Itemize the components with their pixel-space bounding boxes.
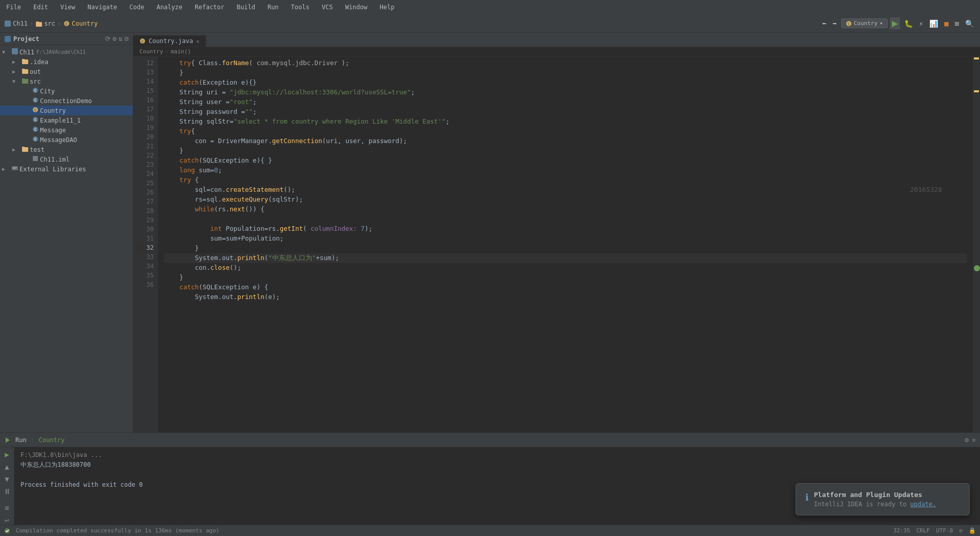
svg-rect-10 [22, 59, 25, 60]
svg-text:C: C [66, 22, 68, 26]
run-pause-btn[interactable]: ⏸ [3, 486, 12, 497]
breadcrumb-main[interactable]: main() [171, 48, 191, 55]
tree-item-src[interactable]: ▼ src [0, 76, 133, 86]
tree-item-out[interactable]: ▶ out [0, 67, 133, 76]
svg-text:C: C [848, 22, 850, 26]
tree-item-city[interactable]: ▶ C City [0, 86, 133, 96]
profile-icon[interactable]: 📊 [927, 18, 940, 29]
menu-item-navigate[interactable]: Navigate [86, 3, 119, 12]
status-linesep[interactable]: CRLF [916, 527, 930, 534]
tree-item-connectiondemo[interactable]: ▶ C ConnectionDemo [0, 96, 133, 106]
folder-icon [21, 67, 30, 76]
status-indent[interactable]: ⊙ [959, 527, 963, 534]
menu-item-code[interactable]: Code [128, 3, 147, 12]
search-icon[interactable]: 🔍 [963, 18, 976, 29]
menu-item-build[interactable]: Build [235, 3, 257, 12]
gutter-warning-1 [974, 57, 979, 59]
status-cursor[interactable]: 32:35 [893, 527, 910, 534]
svg-text:C: C [34, 137, 36, 142]
svg-text:C: C [34, 98, 36, 103]
code-line-36: System.out.println(e); [164, 292, 967, 302]
main-area: Project ⟳ ⚙ ⇅ ⊟ ▼ Ch11 F:\JAVAcode\Ch11 … [0, 33, 980, 432]
svg-marker-35 [6, 438, 10, 443]
sidebar-header: Project ⟳ ⚙ ⇅ ⊟ [0, 33, 133, 45]
project-tree: ▼ Ch11 F:\JAVAcode\Ch11 ▶ .idea ▶ [0, 45, 133, 432]
tree-item-message[interactable]: ▶ C Message [0, 125, 133, 135]
run-wrap-btn[interactable]: ↩ [4, 515, 10, 525]
menu-item-analyze[interactable]: Analyze [154, 3, 185, 12]
menu-item-window[interactable]: Window [343, 3, 369, 12]
svg-rect-2 [36, 22, 39, 23]
close-panel-icon[interactable]: ✕ [972, 436, 976, 444]
gear-icon[interactable]: ⚙ [113, 35, 117, 43]
stop-icon[interactable]: ■ [942, 18, 950, 29]
run-icon [4, 436, 11, 444]
java-class-icon: C [31, 126, 40, 134]
run-up-btn[interactable]: ▲ [4, 462, 10, 472]
code-line-17: String password =""; [164, 107, 967, 117]
svg-rect-28 [22, 147, 25, 148]
tree-item-example11_1[interactable]: ▶ C Example11_1 [0, 115, 133, 125]
sort-icon[interactable]: ⇅ [118, 35, 122, 43]
tree-label-ch11iml: Ch11.iml [40, 156, 70, 163]
breadcrumb: Ch11 › src › C Country [4, 20, 98, 27]
code-line-28 [164, 214, 967, 224]
code-line-15: String uri = "jdbc:mysql://localhost:330… [164, 88, 967, 97]
breadcrumb-country[interactable]: C Country [63, 20, 98, 27]
expand-arrow: ▶ [12, 147, 21, 152]
run-filter-btn[interactable]: ≡ [4, 503, 10, 513]
info-icon: ℹ [805, 492, 809, 503]
run-output-line-1: 中东总人口为188380700 [21, 460, 974, 470]
svg-text:C: C [34, 89, 36, 93]
tree-item-idea[interactable]: ▶ .idea [0, 57, 133, 67]
collapse-icon[interactable]: ⊟ [125, 35, 129, 43]
code-line-32: System.out.println("中东总人口为"+sum); [164, 253, 967, 263]
run-down-btn[interactable]: ▼ [4, 474, 10, 484]
menu-item-edit[interactable]: Edit [31, 3, 50, 12]
menu-item-vcs[interactable]: VCS [320, 3, 335, 12]
nav-back-icon[interactable]: ⬅ [820, 18, 828, 29]
breadcrumb-src[interactable]: src [35, 20, 55, 27]
run-play-btn[interactable]: ▶ [4, 449, 10, 460]
settings-icon[interactable]: ⚙ [965, 436, 969, 444]
tree-item-extlibs[interactable]: ▶ External Libraries [0, 164, 133, 174]
tree-label-message: Message [40, 127, 66, 134]
code-content[interactable]: try{ Class.forName( com.mysql.jdbc.Drive… [158, 56, 973, 432]
breadcrumb-country[interactable]: Country [139, 48, 163, 55]
code-line-24: try { [164, 175, 967, 185]
menu-item-help[interactable]: Help [378, 3, 397, 12]
tree-item-ch11iml[interactable]: ▶ Ch11.iml [0, 154, 133, 164]
run-panel-config: Country [39, 436, 65, 444]
tree-label-test: test [30, 146, 45, 153]
tree-item-country[interactable]: ▶ C Country [0, 106, 133, 115]
tree-item-ch11[interactable]: ▼ Ch11 F:\JAVAcode\Ch11 [0, 47, 133, 57]
tree-label-extlibs: External Libraries [19, 166, 86, 173]
debug-icon[interactable]: 🐛 [902, 18, 915, 29]
menu-item-file[interactable]: File [4, 3, 23, 12]
update-link[interactable]: update. [910, 501, 936, 508]
menu-item-run[interactable]: Run [266, 3, 281, 12]
tree-item-messagedao[interactable]: ▶ C MessageDAO [0, 135, 133, 145]
menu-item-view[interactable]: View [58, 3, 77, 12]
code-line-20: con = DriverManager.getConnection(uri, u… [164, 136, 967, 146]
svg-rect-9 [22, 59, 28, 64]
status-git[interactable]: 🔒 [969, 527, 976, 534]
tree-item-test[interactable]: ▶ test [0, 145, 133, 154]
menu-item-tools[interactable]: Tools [289, 3, 312, 12]
status-encoding[interactable]: UTF-8 [936, 527, 953, 534]
menu-item-refactor[interactable]: Refactor [193, 3, 227, 12]
code-line-13: } [164, 68, 967, 78]
nav-forward-icon[interactable]: ➡ [830, 18, 839, 29]
code-line-22: catch(SQLException e){ } [164, 156, 967, 166]
code-line-12: try{ Class.forName( com.mysql.jdbc.Drive… [164, 58, 967, 68]
dropdown-arrow-icon: ▾ [880, 20, 883, 27]
layout-icon[interactable]: ⊞ [953, 18, 961, 29]
coverage-icon[interactable]: ⚡ [917, 18, 925, 29]
run-button[interactable]: ▶ [890, 17, 900, 29]
code-line-29: int Population=rs.getInt( columnIndex: 7… [164, 224, 967, 234]
run-config-selector[interactable]: C Country ▾ [841, 18, 888, 28]
sync-icon[interactable]: ⟳ [105, 35, 111, 43]
tab-country-java[interactable]: C Country.java ✕ [133, 35, 206, 47]
tab-close-button[interactable]: ✕ [196, 38, 199, 44]
breadcrumb-ch11[interactable]: Ch11 [4, 20, 28, 27]
